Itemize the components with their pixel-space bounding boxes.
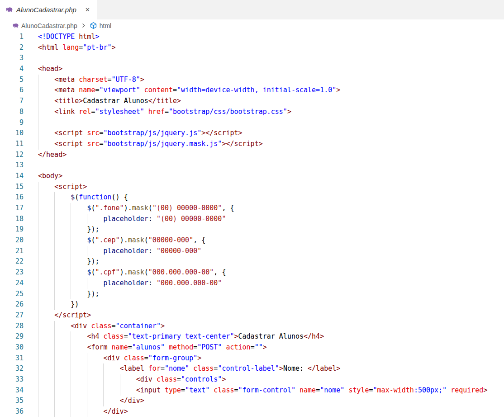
line-number[interactable]: 34 [0, 385, 24, 396]
code-line[interactable]: 20 $(".cep").mask("00000-000", { [0, 235, 504, 246]
line-number[interactable]: 22 [0, 256, 24, 267]
line-number[interactable]: 31 [0, 353, 24, 364]
code-line[interactable]: 16 $(function() { [0, 192, 504, 203]
code-text: <body> [38, 171, 62, 182]
code-text: <div class="container"> [38, 321, 165, 332]
code-line[interactable]: 6 <meta name="viewport" content="width=d… [0, 85, 504, 96]
code-text: <div class="controls"> [38, 374, 226, 385]
php-elephant-icon [12, 22, 19, 29]
code-text: }) [38, 299, 79, 310]
line-number[interactable]: 36 [0, 406, 24, 417]
code-line[interactable]: 30 <form name="alunos" method="POST" act… [0, 342, 504, 353]
line-number[interactable]: 6 [0, 85, 24, 96]
code-line[interactable]: 32 <label for="nome" class="control-labe… [0, 363, 504, 374]
line-number[interactable]: 8 [0, 107, 24, 118]
code-text: $(function() { [38, 192, 128, 203]
code-line[interactable]: 12</head> [0, 150, 504, 160]
line-number[interactable]: 23 [0, 267, 24, 278]
line-number[interactable]: 28 [0, 321, 24, 332]
line-number[interactable]: 20 [0, 235, 24, 246]
code-text: <html lang="pt-br"> [38, 42, 116, 53]
code-text: <meta name="viewport" content="width=dev… [38, 85, 340, 96]
code-text: </head> [38, 150, 67, 160]
php-elephant-icon [5, 6, 13, 14]
code-line[interactable]: 22 }); [0, 256, 504, 267]
line-number[interactable]: 32 [0, 363, 24, 374]
code-line[interactable]: 35 </div> [0, 396, 504, 406]
line-number[interactable]: 9 [0, 118, 24, 128]
line-number[interactable]: 21 [0, 246, 24, 257]
code-line[interactable]: 9 [0, 118, 504, 128]
code-line[interactable]: 33 <div class="controls"> [0, 374, 504, 385]
line-number[interactable]: 27 [0, 310, 24, 321]
close-icon[interactable]: ✕ [85, 7, 90, 13]
code-line[interactable]: 28 <div class="container"> [0, 321, 504, 332]
code-text: }); [38, 289, 99, 300]
breadcrumb-file-label: AlunoCadastrar.php [21, 22, 77, 29]
code-line[interactable]: 21 placeholder: "00000-000" [0, 246, 504, 257]
code-text: <h4 class="text-primary text-center">Cad… [38, 331, 324, 342]
line-number[interactable]: 3 [0, 53, 24, 64]
line-number[interactable]: 4 [0, 64, 24, 75]
code-text: <script src="bootstrap/js/jquery.mask.js… [38, 139, 263, 150]
code-line[interactable]: 26 }) [0, 299, 504, 310]
line-number[interactable]: 15 [0, 182, 24, 193]
code-line[interactable]: 34 <input type="text" class="form-contro… [0, 385, 504, 396]
line-number[interactable]: 11 [0, 139, 24, 150]
breadcrumb-file[interactable]: AlunoCadastrar.php [12, 22, 77, 29]
line-number[interactable]: 7 [0, 96, 24, 107]
line-number[interactable]: 24 [0, 278, 24, 289]
code-line[interactable]: 1<!DOCTYPE html> [0, 32, 504, 42]
code-line[interactable]: 25 }); [0, 289, 504, 300]
line-number[interactable]: 1 [0, 32, 24, 42]
code-line[interactable]: 27 </script> [0, 310, 504, 321]
line-number[interactable]: 25 [0, 289, 24, 300]
code-line[interactable]: 29 <h4 class="text-primary text-center">… [0, 331, 504, 342]
line-number[interactable]: 5 [0, 75, 24, 85]
code-line[interactable]: 24 placeholder: "000.000.000-00" [0, 278, 504, 289]
line-number[interactable]: 30 [0, 342, 24, 353]
code-line[interactable]: 5 <meta charset="UTF-8"> [0, 75, 504, 85]
line-number[interactable]: 29 [0, 331, 24, 342]
code-line[interactable]: 23 $(".cpf").mask("000.000.000-00", { [0, 267, 504, 278]
code-line[interactable]: 17 $(".fone").mask("(00) 00000-0000", { [0, 203, 504, 214]
line-number[interactable]: 33 [0, 374, 24, 385]
chevron-right-icon [80, 22, 87, 29]
code-line[interactable]: 14<body> [0, 171, 504, 182]
code-text: <script> [38, 182, 87, 193]
line-number[interactable]: 19 [0, 224, 24, 235]
code-line[interactable]: 15 <script> [0, 182, 504, 193]
code-line[interactable]: 10 <script src="bootstrap/js/jquery.js">… [0, 128, 504, 139]
code-line[interactable]: 19 }); [0, 224, 504, 235]
code-line[interactable]: 31 <div class="form-group"> [0, 353, 504, 364]
line-number[interactable]: 17 [0, 203, 24, 214]
code-text: placeholder: "(00) 00000-0000" [38, 214, 226, 225]
line-number[interactable]: 18 [0, 214, 24, 225]
code-text: <head> [38, 64, 62, 75]
line-number[interactable]: 35 [0, 396, 24, 406]
line-number[interactable]: 14 [0, 171, 24, 182]
line-number[interactable]: 13 [0, 160, 24, 171]
tab-alunocadastrar[interactable]: AlunoCadastrar.php ✕ [0, 0, 97, 19]
code-line[interactable]: 2<html lang="pt-br"> [0, 42, 504, 53]
code-line[interactable]: 3 [0, 53, 504, 64]
code-line[interactable]: 36 </div> [0, 406, 504, 417]
code-text: <input type="text" class="form-control" … [38, 385, 487, 396]
line-number[interactable]: 16 [0, 192, 24, 203]
code-line[interactable]: 4<head> [0, 64, 504, 75]
code-text: $(".cep").mask("00000-000", { [38, 235, 205, 246]
code-text: <script src="bootstrap/js/jquery.js"></s… [38, 128, 242, 139]
code-text: }); [38, 256, 99, 267]
code-line[interactable]: 7 <title>Cadastrar Alunos</title> [0, 96, 504, 107]
code-line[interactable]: 11 <script src="bootstrap/js/jquery.mask… [0, 139, 504, 150]
code-editor[interactable]: 1<!DOCTYPE html>2<html lang="pt-br">34<h… [0, 32, 504, 420]
code-text: }); [38, 224, 99, 235]
line-number[interactable]: 26 [0, 299, 24, 310]
code-line[interactable]: 13 [0, 160, 504, 171]
line-number[interactable]: 2 [0, 42, 24, 53]
code-line[interactable]: 18 placeholder: "(00) 00000-0000" [0, 214, 504, 225]
line-number[interactable]: 10 [0, 128, 24, 139]
breadcrumb-symbol-html[interactable]: html [90, 22, 111, 29]
code-line[interactable]: 8 <link rel="stylesheet" href="bootstrap… [0, 107, 504, 118]
line-number[interactable]: 12 [0, 150, 24, 160]
